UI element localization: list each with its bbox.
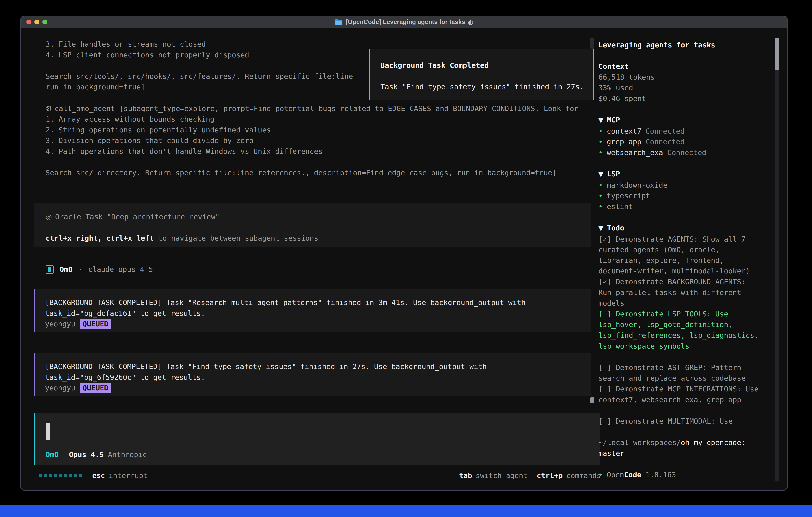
lsp-item: •eslint	[599, 201, 762, 212]
tool-call-line: Search src/ directory. Return specific f…	[46, 167, 594, 178]
workspace-path: ~/local-workspaces/oh-my-opencode: maste…	[599, 437, 762, 459]
activity-spinner	[39, 474, 82, 477]
spinner-dot	[54, 474, 57, 477]
toast-spacer	[380, 71, 593, 82]
minimize-button[interactable]	[34, 20, 39, 24]
agent-header: OmO · claude-opus-4-5	[46, 264, 153, 275]
lsp-section-heading[interactable]: ▼LSP	[599, 168, 762, 180]
folder-icon	[335, 19, 343, 25]
task-message-line: task_id="bg_dcfac161" to get results.	[45, 308, 591, 319]
input-agent-name: OmO	[46, 449, 59, 460]
tool-call-line: 1. Array access without bounds checking	[46, 114, 594, 125]
window-title: [OpenCode] Leveraging agents for tasks ◐	[335, 19, 473, 26]
task-user: yeongyu	[45, 320, 75, 328]
ctrl-p-key: ctrl+p	[537, 470, 563, 481]
todo-section-heading[interactable]: ▼Todo	[599, 222, 762, 234]
sidebar-scrollbar-track[interactable]	[775, 38, 779, 481]
oracle-target-icon: ◎	[46, 213, 52, 221]
session-state-icon: ◐	[468, 19, 473, 26]
task-message-line: [BACKGROUND TASK COMPLETED] Task "Find t…	[45, 361, 591, 372]
chevron-down-icon: ▼	[599, 116, 603, 124]
toast-body: Task "Find type safety issues" finished …	[380, 81, 593, 92]
esc-key: esc	[92, 470, 105, 481]
app-version: •OpenCode1.0.163	[599, 469, 762, 480]
tool-call-text: call_omo_agent [subagent_type=explore, p…	[54, 104, 578, 113]
model-selector-row[interactable]: OmO Opus 4.5 Anthropic	[46, 449, 147, 460]
commands-shortcut[interactable]: ctrl+p commands	[537, 470, 601, 481]
background-task-message[interactable]: [BACKGROUND TASK COMPLETED] Task "Find t…	[34, 353, 591, 396]
session-sidebar: Leveraging agents for tasks Context 66,5…	[599, 28, 762, 480]
prompt-input[interactable]: OmO Opus 4.5 Anthropic	[34, 413, 600, 465]
status-left: esc interrupt	[39, 470, 148, 481]
tool-call-line	[46, 157, 594, 167]
bullet-icon: •	[599, 127, 603, 135]
desktop-wallpaper-strip	[0, 505, 812, 517]
todo-item: [ ] Demonstrate MCP INTEGRATIONS: Use co…	[599, 384, 762, 405]
tool-call-line: 2. String operations on potentially unde…	[46, 125, 594, 135]
mcp-item: •websearch_exaConnected	[599, 147, 762, 158]
bullet-icon: •	[599, 148, 603, 157]
window-titlebar[interactable]: [OpenCode] Leveraging agents for tasks ◐	[21, 17, 787, 28]
agent-separator: ·	[78, 264, 83, 275]
mcp-item: •grep_appConnected	[599, 136, 762, 147]
tool-call-line: 4. Path operations that don't handle Win…	[46, 146, 594, 157]
chevron-down-icon: ▼	[599, 170, 603, 178]
tool-call-line: ⚙call_omo_agent [subagent_type=explore, …	[46, 103, 594, 114]
todo-item: [✓] Demonstrate AGENTS: Show all 7 curat…	[599, 234, 762, 276]
spinner-dot	[49, 474, 52, 477]
todo-item: [ ] Demonstrate LSP TOOLS: Use lsp_hover…	[599, 309, 762, 351]
oracle-title-line: ◎Oracle Task "Deep architecture review"	[46, 211, 591, 222]
mcp-item: •context7Connected	[599, 126, 762, 137]
spinner-dot	[44, 474, 47, 477]
sidebar-scrollbar-thumb[interactable]	[775, 38, 779, 70]
oracle-task-card[interactable]: ◎Oracle Task "Deep architecture review" …	[34, 203, 591, 247]
commands-label: commands	[567, 470, 601, 481]
input-model-name: Opus 4.5	[69, 449, 104, 460]
todo-item: [ ] Demonstrate MULTIMODAL: Use	[599, 416, 762, 427]
task-message-meta: yeongyuQUEUED	[45, 383, 591, 393]
lsp-item: •typescript	[599, 190, 762, 201]
agent-name: OmO	[60, 264, 72, 275]
task-message-meta: yeongyuQUEUED	[45, 319, 591, 329]
todo-item: [ ] Demonstrate AST-GREP: Pattern search…	[599, 362, 762, 384]
bullet-icon: •	[599, 138, 603, 146]
esc-shortcut[interactable]: esc interrupt	[92, 470, 148, 481]
transcript-line: 3. File handles or streams not closed	[46, 39, 594, 50]
status-right: tab switch agent ctrl+p commands	[459, 470, 601, 481]
background-task-toast[interactable]: Background Task Completed Task "Find typ…	[369, 49, 594, 100]
spinner-dot	[39, 474, 42, 477]
todo-item: [✓] Demonstrate BACKGROUND AGENTS: Run p…	[599, 276, 762, 309]
tab-key: tab	[459, 470, 472, 481]
mcp-section-heading[interactable]: ▼MCP	[599, 114, 762, 126]
bullet-icon: •	[599, 192, 603, 200]
gear-icon: ⚙	[46, 104, 52, 113]
main-scrollbar-thumb-top[interactable]	[590, 37, 594, 49]
context-spent: $0.46 spent	[599, 93, 762, 104]
oracle-hint: ctrl+x right, ctrl+x left to navigate be…	[46, 233, 591, 244]
agent-model: claude-opus-4-5	[88, 264, 153, 275]
task-message-line: [BACKGROUND TASK COMPLETED] Task "Resear…	[45, 297, 591, 308]
omo-agent-icon	[46, 265, 54, 274]
bullet-icon: •	[599, 181, 603, 189]
close-button[interactable]	[26, 20, 31, 24]
oracle-spacer	[46, 222, 591, 233]
zoom-button[interactable]	[42, 20, 47, 24]
oracle-hint-text: to navigate between subagent sessions	[154, 234, 318, 242]
context-tokens: 66,518 tokens	[599, 72, 762, 83]
session-title: Leveraging agents for tasks	[599, 39, 762, 50]
tab-shortcut[interactable]: tab switch agent	[459, 470, 527, 481]
spinner-dot	[79, 474, 82, 477]
lsp-item: •markdown-oxide	[599, 180, 762, 191]
esc-label: interrupt	[109, 470, 148, 481]
oracle-hint-keys: ctrl+x right, ctrl+x left	[46, 234, 154, 242]
terminal-window: [OpenCode] Leveraging agents for tasks ◐…	[20, 16, 788, 491]
window-title-text: [OpenCode] Leveraging agents for tasks	[346, 19, 465, 26]
background-task-message[interactable]: [BACKGROUND TASK COMPLETED] Task "Resear…	[34, 289, 591, 332]
main-scrollbar-thumb-bottom[interactable]	[590, 397, 594, 403]
bullet-icon: •	[599, 202, 603, 211]
oracle-title: Oracle Task "Deep architecture review"	[55, 213, 220, 221]
toast-title: Background Task Completed	[380, 60, 593, 71]
status-bar: esc interrupt tab switch agent ctrl+p co…	[39, 470, 601, 481]
spinner-dot	[74, 474, 77, 477]
spinner-dot	[59, 474, 62, 477]
